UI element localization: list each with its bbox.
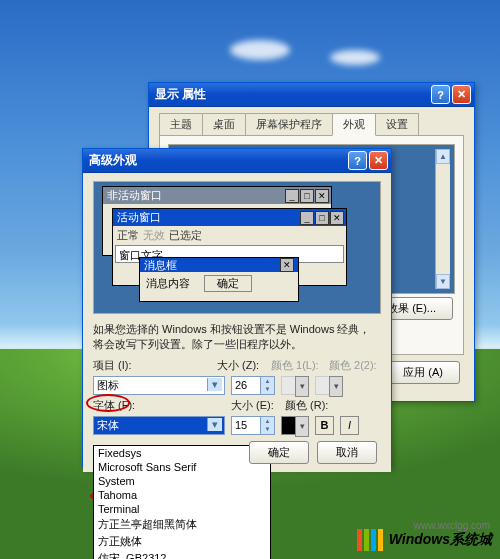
close-button[interactable]: ✕ xyxy=(452,85,471,104)
display-properties-titlebar[interactable]: 显示 属性 ? ✕ xyxy=(149,83,474,107)
font-size-input[interactable] xyxy=(232,417,260,434)
spin-up-icon[interactable]: ▲ xyxy=(260,377,274,386)
help-button[interactable]: ? xyxy=(348,151,367,170)
cancel-button[interactable]: 取消 xyxy=(317,441,377,464)
window-title: 显示 属性 xyxy=(155,86,429,103)
windows-logo-icon xyxy=(357,529,383,551)
preview-active-window: 活动窗口 _ □ ✕ xyxy=(113,209,346,226)
spin-down-icon[interactable]: ▼ xyxy=(260,425,274,434)
font-option[interactable]: 方正姚体 xyxy=(94,533,270,550)
font-size-spinner[interactable]: ▲▼ xyxy=(231,416,275,435)
item-combo[interactable]: 图标 xyxy=(93,376,225,395)
font-option[interactable]: Terminal xyxy=(94,502,270,516)
color1-label: 颜色 1(L): xyxy=(271,358,323,373)
scroll-up-icon[interactable]: ▲ xyxy=(436,149,450,164)
max-icon: □ xyxy=(300,189,314,203)
preview-msg-text: 消息内容 xyxy=(146,276,190,291)
font-option[interactable]: 方正兰亭超细黑简体 xyxy=(94,516,270,533)
item-size-input[interactable] xyxy=(232,377,260,394)
min-icon: _ xyxy=(285,189,299,203)
fcolor-label: 颜色 (R): xyxy=(285,398,333,413)
max-icon: □ xyxy=(315,211,329,225)
ok-button[interactable]: 确定 xyxy=(249,441,309,464)
close-button[interactable]: ✕ xyxy=(369,151,388,170)
font-combo[interactable]: 宋体 xyxy=(93,416,225,435)
size-label: 大小 (Z): xyxy=(217,358,265,373)
preview-msgbox-title: 消息框 ✕ xyxy=(140,258,298,272)
close-icon: ✕ xyxy=(330,211,344,225)
watermark: Windows系统城 xyxy=(357,529,492,551)
font-option[interactable]: 仿宋_GB2312 xyxy=(94,550,270,559)
tab-appearance[interactable]: 外观 xyxy=(332,113,376,136)
spin-up-icon[interactable]: ▲ xyxy=(260,417,274,426)
preview-inactive-window: 非活动窗口 _ □ ✕ xyxy=(103,187,331,204)
item-size-spinner[interactable]: ▲▼ xyxy=(231,376,275,395)
help-button[interactable]: ? xyxy=(431,85,450,104)
color2-label: 颜色 2(2): xyxy=(329,358,381,373)
font-label: 字体 (F): xyxy=(93,398,141,413)
font-option[interactable]: Tahoma xyxy=(94,488,270,502)
item-label: 项目 (I): xyxy=(93,358,141,373)
tab-desktop[interactable]: 桌面 xyxy=(202,113,246,136)
appearance-preview: 非活动窗口 _ □ ✕ 活动窗口 _ □ ✕ 正常 无效 已选定 xyxy=(93,181,381,314)
tabs: 主题 桌面 屏幕保护程序 外观 设置 xyxy=(159,113,464,136)
font-color-well[interactable] xyxy=(281,416,309,435)
close-icon: ✕ xyxy=(280,258,294,272)
font-option[interactable]: System xyxy=(94,474,270,488)
color2-well xyxy=(315,376,343,395)
preview-ok-button: 确定 xyxy=(204,275,252,292)
info-text: 如果您选择的 Windows 和按钮设置不是 Windows 经典，将会改写下列… xyxy=(93,322,381,352)
color1-well xyxy=(281,376,309,395)
min-icon: _ xyxy=(300,211,314,225)
close-icon: ✕ xyxy=(315,189,329,203)
tab-settings[interactable]: 设置 xyxy=(375,113,419,136)
italic-button[interactable]: I xyxy=(340,416,359,435)
bold-button[interactable]: B xyxy=(315,416,334,435)
advanced-titlebar[interactable]: 高级外观 ? ✕ xyxy=(83,149,391,173)
scroll-down-icon[interactable]: ▼ xyxy=(436,274,450,289)
apply-button[interactable]: 应用 (A) xyxy=(386,361,460,384)
window-title: 高级外观 xyxy=(89,152,346,169)
fsize-label: 大小 (E): xyxy=(231,398,279,413)
spin-down-icon[interactable]: ▼ xyxy=(260,385,274,394)
tab-screensaver[interactable]: 屏幕保护程序 xyxy=(245,113,333,136)
tab-theme[interactable]: 主题 xyxy=(159,113,203,136)
advanced-appearance-window: 高级外观 ? ✕ 非活动窗口 _ □ ✕ 活动窗口 _ □ ✕ xyxy=(82,148,392,468)
